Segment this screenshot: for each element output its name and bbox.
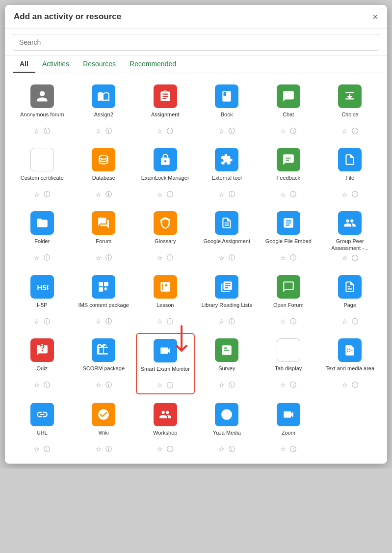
info-button-page[interactable]: ⓘ <box>351 317 359 327</box>
activity-item-text-media-area[interactable]: Text and media area☆ⓘ <box>321 333 380 394</box>
info-button-anonymous-forum[interactable]: ⓘ <box>43 126 51 136</box>
star-button-scorm-package[interactable]: ☆ <box>95 380 103 390</box>
activity-item-wiki[interactable]: Wiki☆ⓘ <box>75 397 133 458</box>
activity-item-scorm-package[interactable]: SCORM package☆ⓘ <box>75 333 133 394</box>
activity-item-zoom[interactable]: Zoom☆ⓘ <box>259 397 318 458</box>
info-button-lesson[interactable]: ⓘ <box>166 317 174 327</box>
star-button-wiki[interactable]: ☆ <box>95 444 103 454</box>
info-button-survey[interactable]: ⓘ <box>228 380 236 390</box>
activity-item-quiz[interactable]: Quiz☆ⓘ <box>13 333 72 394</box>
activity-item-glossary[interactable]: Glossary☆ⓘ <box>136 206 195 267</box>
activity-item-url[interactable]: URL☆ⓘ <box>13 397 72 458</box>
activity-item-feedback[interactable]: Feedback☆ⓘ <box>259 142 318 203</box>
activity-item-google-assignment[interactable]: Google Assignment☆ⓘ <box>198 206 257 267</box>
info-button-quiz[interactable]: ⓘ <box>43 380 51 390</box>
activity-item-external-tool[interactable]: External tool☆ⓘ <box>198 142 257 203</box>
star-button-book[interactable]: ☆ <box>218 126 226 136</box>
activity-item-database[interactable]: Database☆ⓘ <box>75 142 133 203</box>
info-button-book[interactable]: ⓘ <box>228 126 236 136</box>
activity-item-chat[interactable]: Chat☆ⓘ <box>259 79 318 139</box>
info-button-workshop[interactable]: ⓘ <box>166 444 174 454</box>
activity-item-h5p[interactable]: H5PH5P☆ⓘ <box>13 270 72 330</box>
tab-activities[interactable]: Activities <box>35 56 76 73</box>
star-button-library-reading-lists[interactable]: ☆ <box>218 317 226 327</box>
info-button-chat[interactable]: ⓘ <box>289 126 297 136</box>
star-button-forum[interactable]: ☆ <box>95 253 103 263</box>
star-button-url[interactable]: ☆ <box>33 444 41 454</box>
info-button-google-file-embed[interactable]: ⓘ <box>289 253 297 263</box>
activity-item-survey[interactable]: Survey☆ⓘ <box>198 333 257 394</box>
info-button-glossary[interactable]: ⓘ <box>166 253 174 263</box>
star-button-custom-certificate[interactable]: ☆ <box>33 190 41 199</box>
star-button-assign2[interactable]: ☆ <box>95 126 103 136</box>
info-button-group-peer-assessment[interactable]: ⓘ <box>351 253 359 263</box>
activity-item-ims-content-package[interactable]: IMS content package☆ⓘ <box>75 270 133 330</box>
close-button[interactable]: × <box>372 12 378 22</box>
activity-item-lesson[interactable]: Lesson☆ⓘ <box>136 270 195 330</box>
info-button-file[interactable]: ⓘ <box>351 190 359 199</box>
activity-item-folder[interactable]: Folder☆ⓘ <box>13 206 72 267</box>
info-button-wiki[interactable]: ⓘ <box>105 444 113 454</box>
activity-item-google-file-embed[interactable]: Google File Embed☆ⓘ <box>259 206 318 267</box>
activity-item-assignment[interactable]: Assignment☆ⓘ <box>136 79 195 139</box>
activity-item-anonymous-forum[interactable]: Anonymous forum☆ⓘ <box>13 79 72 139</box>
activity-item-library-reading-lists[interactable]: Library Reading Lists☆ⓘ <box>198 270 257 330</box>
star-button-smart-exam-monitor[interactable]: ☆ <box>156 381 164 390</box>
activity-item-yuja-media[interactable]: YuJa Media☆ⓘ <box>198 397 257 458</box>
info-button-forum[interactable]: ⓘ <box>105 253 113 263</box>
star-button-open-forum[interactable]: ☆ <box>279 317 287 327</box>
star-button-h5p[interactable]: ☆ <box>33 317 41 327</box>
activity-item-smart-exam-monitor[interactable]: Smart Exam Monitor☆ⓘ <box>136 333 195 394</box>
info-button-examlock-manager[interactable]: ⓘ <box>166 190 174 199</box>
info-button-smart-exam-monitor[interactable]: ⓘ <box>166 381 174 390</box>
star-button-google-file-embed[interactable]: ☆ <box>279 253 287 263</box>
star-button-anonymous-forum[interactable]: ☆ <box>33 126 41 136</box>
activity-item-choice[interactable]: Choice☆ⓘ <box>321 79 380 139</box>
info-button-database[interactable]: ⓘ <box>105 190 113 199</box>
info-button-folder[interactable]: ⓘ <box>43 253 51 263</box>
star-button-ims-content-package[interactable]: ☆ <box>95 317 103 327</box>
info-button-zoom[interactable]: ⓘ <box>289 444 297 454</box>
tab-resources[interactable]: Resources <box>76 56 123 73</box>
star-button-group-peer-assessment[interactable]: ☆ <box>341 253 349 263</box>
star-button-quiz[interactable]: ☆ <box>33 380 41 390</box>
activity-item-forum[interactable]: Forum☆ⓘ <box>75 206 133 267</box>
star-button-glossary[interactable]: ☆ <box>156 253 164 263</box>
info-button-assignment[interactable]: ⓘ <box>166 126 174 136</box>
star-button-chat[interactable]: ☆ <box>279 126 287 136</box>
info-button-ims-content-package[interactable]: ⓘ <box>105 317 113 327</box>
star-button-survey[interactable]: ☆ <box>218 380 226 390</box>
star-button-file[interactable]: ☆ <box>341 190 349 199</box>
info-button-tab-display[interactable]: ⓘ <box>289 380 297 390</box>
info-button-feedback[interactable]: ⓘ <box>289 190 297 199</box>
activity-item-book[interactable]: Book☆ⓘ <box>198 79 257 139</box>
activity-item-group-peer-assessment[interactable]: Group Peer Assessment -...☆ⓘ <box>321 206 380 267</box>
activity-item-tab-display[interactable]: Tab display☆ⓘ <box>259 333 318 394</box>
info-button-choice[interactable]: ⓘ <box>351 126 359 136</box>
star-button-database[interactable]: ☆ <box>95 190 103 199</box>
star-button-zoom[interactable]: ☆ <box>279 444 287 454</box>
star-button-page[interactable]: ☆ <box>341 317 349 327</box>
star-button-text-media-area[interactable]: ☆ <box>341 380 349 390</box>
star-button-yuja-media[interactable]: ☆ <box>218 444 226 454</box>
star-button-external-tool[interactable]: ☆ <box>218 190 226 199</box>
star-button-examlock-manager[interactable]: ☆ <box>156 190 164 199</box>
info-button-h5p[interactable]: ⓘ <box>43 317 51 327</box>
info-button-text-media-area[interactable]: ⓘ <box>351 380 359 390</box>
info-button-assign2[interactable]: ⓘ <box>105 126 113 136</box>
star-button-tab-display[interactable]: ☆ <box>279 380 287 390</box>
info-button-scorm-package[interactable]: ⓘ <box>105 380 113 390</box>
info-button-yuja-media[interactable]: ⓘ <box>228 444 236 454</box>
star-button-assignment[interactable]: ☆ <box>156 126 164 136</box>
activity-item-open-forum[interactable]: Open Forum☆ⓘ <box>259 270 318 330</box>
star-button-feedback[interactable]: ☆ <box>279 190 287 199</box>
info-button-external-tool[interactable]: ⓘ <box>228 190 236 199</box>
star-button-folder[interactable]: ☆ <box>33 253 41 263</box>
star-button-workshop[interactable]: ☆ <box>156 444 164 454</box>
tab-all[interactable]: All <box>13 56 35 73</box>
info-button-custom-certificate[interactable]: ⓘ <box>43 190 51 199</box>
info-button-url[interactable]: ⓘ <box>43 444 51 454</box>
info-button-open-forum[interactable]: ⓘ <box>289 317 297 327</box>
tab-recommended[interactable]: Recommended <box>123 56 183 73</box>
info-button-library-reading-lists[interactable]: ⓘ <box>228 317 236 327</box>
